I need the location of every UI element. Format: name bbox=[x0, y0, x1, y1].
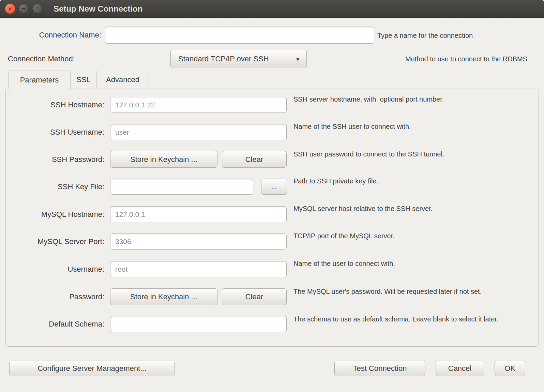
ssh-key-file-browse-button[interactable]: ... bbox=[261, 179, 287, 195]
tab-ssl[interactable]: SSL bbox=[71, 71, 97, 88]
tab-parameters[interactable]: Parameters bbox=[8, 71, 71, 89]
default-schema-help: The schema to use as default schema. Lea… bbox=[293, 315, 524, 324]
connection-name-help: Type a name for the connection bbox=[377, 31, 473, 40]
default-schema-input[interactable] bbox=[110, 316, 287, 332]
password-store-keychain-button[interactable]: Store in Keychain ... bbox=[110, 288, 217, 305]
window-controls: × − □ bbox=[5, 3, 43, 14]
ssh-password-help: SSH user password to connect to the SSH … bbox=[293, 150, 529, 159]
connection-name-label: Connection Name: bbox=[0, 27, 101, 44]
ssh-hostname-input[interactable] bbox=[110, 97, 287, 113]
connection-name-input[interactable] bbox=[105, 27, 374, 44]
ssh-key-file-help: Path to SSH private key file. bbox=[293, 177, 529, 186]
username-help: Name of the user to connect with. bbox=[293, 259, 529, 268]
cancel-button[interactable]: Cancel bbox=[436, 361, 484, 376]
ssh-password-store-keychain-button[interactable]: Store in Keychain ... bbox=[110, 151, 217, 168]
username-label: Username: bbox=[6, 261, 104, 277]
default-schema-label: Default Schema: bbox=[6, 316, 104, 332]
window-title: Setup New Connection bbox=[54, 4, 142, 14]
password-label: Password: bbox=[6, 288, 104, 305]
ssh-username-label: SSH Username: bbox=[6, 124, 104, 140]
password-help: The MySQL user's password. Will be reque… bbox=[293, 287, 529, 296]
tab-advanced[interactable]: Advanced bbox=[97, 71, 149, 88]
ssh-username-input[interactable] bbox=[110, 124, 287, 140]
close-icon[interactable]: × bbox=[5, 3, 15, 14]
minimize-icon[interactable]: − bbox=[18, 3, 29, 14]
title-bar: × − □ Setup New Connection bbox=[0, 0, 544, 18]
parameters-panel: SSH Hostname: SSH server hostname, with … bbox=[5, 89, 539, 347]
password-clear-button[interactable]: Clear bbox=[222, 288, 287, 305]
mysql-port-help: TCP/IP port of the MySQL server. bbox=[293, 232, 529, 241]
username-input[interactable] bbox=[110, 261, 287, 277]
ssh-key-file-label: SSH Key File: bbox=[6, 179, 104, 195]
connection-method-help: Method to use to connect to the RDBMS bbox=[0, 55, 527, 64]
ssh-password-clear-button[interactable]: Clear bbox=[222, 151, 287, 168]
ssh-hostname-label: SSH Hostname: bbox=[6, 97, 104, 113]
ssh-key-file-input[interactable] bbox=[110, 179, 253, 195]
test-connection-button[interactable]: Test Connection bbox=[334, 361, 425, 376]
mysql-hostname-help: MySQL server host relative to the SSH se… bbox=[293, 205, 529, 213]
mysql-port-input[interactable] bbox=[110, 233, 287, 250]
maximize-icon[interactable]: □ bbox=[32, 3, 43, 14]
configure-server-management-button[interactable]: Configure Server Management... bbox=[9, 361, 175, 376]
ssh-hostname-help: SSH server hostname, with optional port … bbox=[293, 95, 529, 104]
mysql-hostname-label: MySQL Hostname: bbox=[6, 206, 104, 222]
mysql-port-label: MySQL Server Port: bbox=[6, 233, 104, 250]
ssh-password-label: SSH Password: bbox=[6, 151, 104, 168]
mysql-hostname-input[interactable] bbox=[110, 206, 287, 222]
ok-button[interactable]: OK bbox=[495, 361, 525, 376]
ssh-username-help: Name of the SSH user to connect with. bbox=[293, 122, 529, 131]
